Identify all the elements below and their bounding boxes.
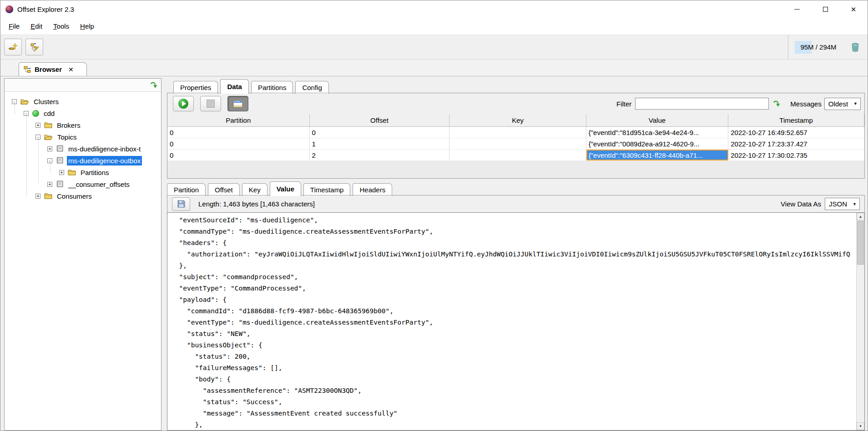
column-header-offset[interactable]: Offset <box>310 114 450 126</box>
tree-node-label: ms-duediligence-inbox-t <box>67 144 142 154</box>
json-line: "message": "AssessmentEvent created succ… <box>171 408 856 419</box>
column-header-key[interactable]: Key <box>449 114 586 126</box>
tab-config[interactable]: Config <box>295 81 328 94</box>
scrollbar-thumb[interactable] <box>857 221 864 265</box>
edit-cluster-button[interactable] <box>25 39 43 55</box>
view-data-as-value: JSON <box>829 200 847 208</box>
cell-timestamp[interactable]: 2022-10-27 17:23:37.427 <box>728 138 864 149</box>
filter-input[interactable] <box>635 98 769 110</box>
garbage-collect-button[interactable] <box>848 40 863 55</box>
cell-key[interactable] <box>449 127 586 138</box>
length-text: Length: 1,463 bytes [1,463 characters] <box>198 200 315 208</box>
tab-value[interactable]: Value <box>270 181 301 196</box>
messages-order-dropdown[interactable]: Oldest ▼ <box>824 98 861 110</box>
tab-timestamp[interactable]: Timestamp <box>303 183 351 196</box>
message-detail-tabs: Partition Offset Key Value Timestamp Hea… <box>167 181 865 195</box>
tab-headers[interactable]: Headers <box>353 183 392 196</box>
expander-icon[interactable]: + <box>35 123 40 128</box>
cell-offset[interactable]: 0 <box>310 127 450 138</box>
panel-splitter[interactable] <box>161 78 167 431</box>
expand-collapse-icon[interactable] <box>150 81 157 89</box>
chevron-down-icon: ▼ <box>853 101 858 106</box>
cell-partition[interactable]: 0 <box>167 138 310 149</box>
main-area: - Clusters - cdd + Brokers - Top <box>0 76 868 431</box>
tree-node-consumer-offsets[interactable]: + __consumer_offsets <box>5 178 161 190</box>
tab-properties[interactable]: Properties <box>173 81 218 94</box>
tree-node-label-selected: ms-duediligence-outbox <box>67 156 142 165</box>
cell-timestamp[interactable]: 2022-10-27 17:30:02.735 <box>728 150 864 160</box>
column-header-timestamp[interactable]: Timestamp <box>728 114 864 126</box>
topic-icon <box>56 157 64 164</box>
cell-value[interactable]: {"eventId":"81d951ca-3e94-4e24-9... <box>586 127 729 138</box>
view-data-as-dropdown[interactable]: JSON ▼ <box>825 198 860 210</box>
retrieve-messages-button[interactable] <box>173 96 194 111</box>
menu-help[interactable]: Help <box>75 20 100 33</box>
expander-icon[interactable]: + <box>35 194 40 199</box>
tree-node-label: cdd <box>42 109 56 118</box>
tab-data[interactable]: Data <box>220 79 249 94</box>
json-line: }, <box>171 419 856 430</box>
expander-icon[interactable]: + <box>47 146 52 151</box>
table-row-selected[interactable]: 0 2 {"eventId":"6309c431-ff28-440b-a71..… <box>167 150 864 161</box>
cell-key[interactable] <box>449 138 586 149</box>
tab-key[interactable]: Key <box>242 183 267 196</box>
table-row[interactable]: 0 0 {"eventId":"81d951ca-3e94-4e24-9... … <box>167 127 864 138</box>
cell-partition[interactable]: 0 <box>167 127 310 138</box>
cell-timestamp[interactable]: 2022-10-27 16:49:52.657 <box>728 127 864 138</box>
scrollbar-track[interactable] <box>857 265 864 422</box>
tree-node-partitions[interactable]: + Partitions <box>5 166 161 178</box>
tree-node-topics[interactable]: - Topics <box>5 131 161 143</box>
json-line: "subject": "commandprocessed", <box>171 271 856 283</box>
messages-order-value: Oldest <box>828 100 848 108</box>
tree-node-topic-outbox[interactable]: - ms-duediligence-outbox <box>5 155 161 166</box>
tree-node-label: Brokers <box>56 120 82 130</box>
tree-node-label: Clusters <box>32 97 60 106</box>
expander-icon[interactable]: + <box>59 170 64 175</box>
tab-partitions[interactable]: Partitions <box>251 81 293 94</box>
expander-icon[interactable]: + <box>47 182 52 187</box>
tab-partition[interactable]: Partition <box>167 183 206 196</box>
close-button[interactable]: ✕ <box>839 0 868 18</box>
folder-closed-icon <box>44 193 52 199</box>
tree-node-topic-inbox[interactable]: + ms-duediligence-inbox-t <box>5 143 161 155</box>
memory-usage-button[interactable]: 95M / 294M <box>795 41 842 54</box>
column-header-value[interactable]: Value <box>586 114 729 126</box>
tree-node-consumers[interactable]: + Consumers <box>5 190 161 202</box>
tab-browser[interactable]: Browser ✕ <box>19 62 87 76</box>
json-line: "eventType": "ms-duediligence.createAsse… <box>171 317 856 328</box>
apply-filter-icon[interactable] <box>772 100 780 108</box>
vertical-scrollbar[interactable]: ▲ ▼ <box>856 213 864 430</box>
tree-node-brokers[interactable]: + Brokers <box>5 119 161 131</box>
add-connection-button[interactable] <box>4 39 22 55</box>
document-tab-strip: Browser ✕ <box>0 60 868 76</box>
cell-offset[interactable]: 2 <box>310 150 450 160</box>
menu-tools[interactable]: Tools <box>48 20 75 33</box>
topic-detail-panel: Properties Data Partitions Config <box>167 78 865 431</box>
stop-button[interactable] <box>200 96 221 111</box>
cell-key[interactable] <box>449 150 586 160</box>
table-row[interactable]: 0 1 {"eventId":"0089d2ea-a912-4620-9... … <box>167 138 864 150</box>
scroll-down-icon[interactable]: ▼ <box>857 422 864 430</box>
json-line: "status": "NEW", <box>171 328 856 340</box>
data-view-icon <box>233 100 243 108</box>
json-line: "failureMessages": [], <box>171 362 856 374</box>
cell-value-selected[interactable]: {"eventId":"6309c431-ff28-440b-a71... <box>586 150 729 160</box>
json-line: "status": 200, <box>171 351 856 362</box>
toggle-data-view-button[interactable] <box>227 96 248 111</box>
tab-offset[interactable]: Offset <box>208 183 240 196</box>
tab-close-icon[interactable]: ✕ <box>68 66 74 73</box>
save-value-button[interactable] <box>172 197 190 211</box>
tree-node-cdd[interactable]: - cdd <box>5 107 161 119</box>
minimize-button[interactable] <box>783 0 811 18</box>
menu-edit[interactable]: Edit <box>25 20 48 33</box>
scroll-up-icon[interactable]: ▲ <box>857 213 864 221</box>
tab-browser-label: Browser <box>35 65 62 73</box>
cell-partition[interactable]: 0 <box>167 150 310 160</box>
column-header-partition[interactable]: Partition <box>167 114 310 126</box>
menu-file[interactable]: File <box>3 20 25 33</box>
maximize-button[interactable] <box>811 0 839 18</box>
cell-offset[interactable]: 1 <box>310 138 450 149</box>
tree-node-clusters[interactable]: - Clusters <box>5 95 161 107</box>
cell-value[interactable]: {"eventId":"0089d2ea-a912-4620-9... <box>586 138 729 149</box>
json-content[interactable]: "eventSourceId": "ms-duediligence", "com… <box>167 213 856 430</box>
